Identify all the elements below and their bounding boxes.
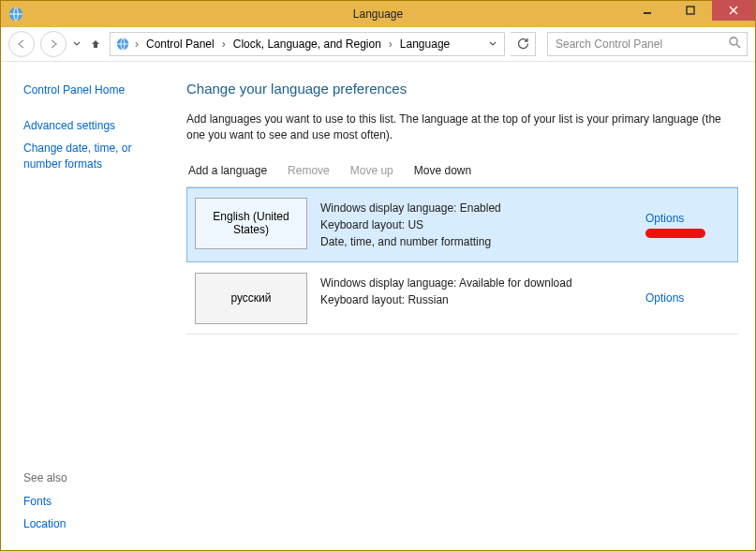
window: Language (0, 0, 756, 551)
svg-rect-2 (687, 7, 694, 14)
window-buttons (626, 1, 755, 27)
fonts-link[interactable]: Fonts (23, 494, 168, 509)
forward-button[interactable] (40, 31, 67, 57)
language-row[interactable]: English (United States) Windows display … (186, 187, 738, 262)
content: Change your language preferences Add lan… (179, 62, 755, 550)
move-down-button[interactable]: Move down (414, 164, 471, 177)
language-detail-line: Windows display language: Enabled (320, 200, 632, 216)
body: Control Panel Home Advanced settings Cha… (1, 62, 755, 550)
chevron-right-icon: › (133, 37, 141, 51)
breadcrumb-item[interactable]: Language (396, 37, 453, 51)
chevron-right-icon: › (387, 37, 394, 51)
language-detail-line: Date, time, and number formatting (320, 233, 632, 250)
remove-language-button[interactable]: Remove (288, 164, 330, 177)
up-button[interactable] (87, 34, 104, 54)
language-app-icon (7, 5, 25, 23)
language-name-box: English (United States) (195, 198, 307, 249)
language-detail-line: Keyboard layout: US (320, 216, 632, 233)
language-name-box: русский (195, 273, 307, 324)
language-options: Options (645, 273, 730, 324)
location-link[interactable]: Location (23, 516, 168, 531)
minimize-button[interactable] (626, 0, 669, 21)
page-heading: Change your language preferences (186, 81, 738, 97)
navbar: › Control Panel › Clock, Language, and R… (1, 27, 755, 62)
breadcrumb-item[interactable]: Control Panel (142, 37, 218, 51)
language-icon (114, 36, 131, 52)
advanced-settings-link[interactable]: Advanced settings (23, 118, 168, 133)
language-options: Options (645, 198, 730, 252)
search-icon (729, 37, 741, 52)
svg-point-4 (730, 37, 737, 45)
search-input[interactable] (554, 37, 725, 52)
see-also-label: See also (23, 471, 168, 484)
language-detail-line: Keyboard layout: Russian (320, 291, 632, 308)
add-language-button[interactable]: Add a language (188, 164, 267, 177)
options-link[interactable]: Options (645, 212, 684, 225)
date-time-formats-link[interactable]: Change date, time, or number formats (23, 141, 168, 171)
control-panel-home-link[interactable]: Control Panel Home (23, 82, 168, 97)
language-list: English (United States) Windows display … (186, 186, 738, 335)
address-bar[interactable]: › Control Panel › Clock, Language, and R… (110, 32, 505, 56)
language-details: Windows display language: Enabled Keyboa… (307, 198, 645, 252)
svg-rect-1 (644, 12, 651, 14)
close-button[interactable] (712, 0, 755, 21)
language-details: Windows display language: Available for … (307, 273, 645, 324)
move-up-button[interactable]: Move up (350, 164, 393, 177)
redacted-area (645, 229, 705, 238)
breadcrumb-item[interactable]: Clock, Language, and Region (230, 37, 385, 51)
sidebar: Control Panel Home Advanced settings Cha… (1, 62, 179, 550)
refresh-button[interactable] (511, 32, 536, 56)
language-row[interactable]: русский Windows display language: Availa… (186, 262, 738, 335)
history-dropdown[interactable] (72, 40, 82, 48)
address-dropdown[interactable] (485, 37, 500, 51)
maximize-button[interactable] (669, 0, 712, 21)
chevron-right-icon: › (220, 37, 228, 51)
language-toolbar: Add a language Remove Move up Move down (186, 160, 738, 186)
back-button[interactable] (8, 31, 35, 57)
search-box[interactable] (547, 32, 748, 56)
titlebar: Language (1, 1, 755, 27)
page-description: Add languages you want to use to this li… (186, 112, 738, 143)
options-link[interactable]: Options (645, 291, 684, 305)
language-detail-line: Windows display language: Available for … (320, 275, 632, 291)
